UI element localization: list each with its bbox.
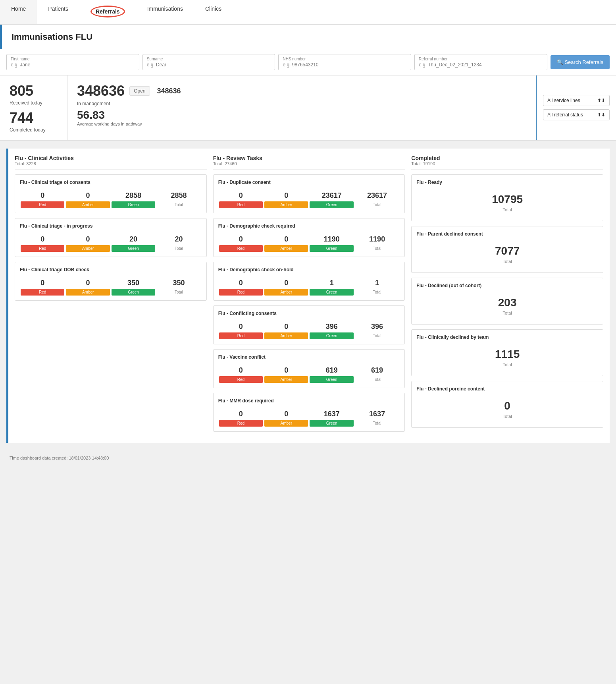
green-val-1-0: 23617 Green [309,189,354,208]
amber-badge-1-4: Amber [264,376,308,383]
red-badge-1-5: Red [219,420,263,427]
nav-referrals[interactable]: Referrals [79,0,136,24]
amber-number-1-2: 0 [264,276,309,288]
footer: Time dashboard data created: 18/01/2023 … [0,451,616,465]
column-total-2: Total: 19190 [411,161,603,166]
red-val-1-4: 0 Red [218,364,264,383]
single-total-label-2-3: Total [416,362,598,367]
amber-number-0-0: 0 [65,189,110,201]
column-0: Flu - Clinical ActivitiesTotal: 3228Flu … [15,155,207,437]
columns-grid: Flu - Clinical ActivitiesTotal: 3228Flu … [15,155,603,437]
green-badge-1-4: Green [310,376,353,383]
green-val-1-5: 1637 Green [309,408,354,427]
amber-number-1-0: 0 [264,189,309,201]
total-label-1-4: Total [355,376,399,383]
service-lines-select[interactable]: All service lines ⬆⬇ [543,95,610,106]
green-val-0-1: 20 Green [111,233,156,252]
amber-val-0-1: 0 Amber [65,233,110,252]
search-button[interactable]: 🔍 Search Referrals [551,55,610,69]
green-badge-1-5: Green [310,420,353,427]
management-box: 348636 Open 348636 In management 56.83 A… [67,75,537,140]
card-stats-0-0: 0 Red 0 Amber 2858 Green 2858 [20,189,202,208]
footer-timestamp: Time dashboard data created: 18/01/2023 … [10,456,109,460]
referral-status-chevron-icon: ⬆⬇ [597,112,605,118]
amber-val-0-2: 0 Amber [65,276,110,296]
amber-val-1-2: 0 Amber [264,276,309,296]
red-number-1-3: 0 [218,320,264,332]
column-header-1: Flu - Review TasksTotal: 27460 [213,155,405,170]
nav-patients[interactable]: Patients [37,0,79,24]
card-single-2-4: 0 Total [416,396,598,423]
green-val-1-3: 396 Green [309,320,354,339]
card-1-2: Flu - Demographic check on-hold 0 Red 0 … [213,262,405,301]
card-title-1-0: Flu - Duplicate consent [218,180,400,185]
filter-box: All service lines ⬆⬇ All referral status… [537,75,616,140]
card-2-2: Flu - Declined (out of cohort) 203 Total [411,278,603,325]
total-val-1-3: 396 Total [354,320,400,339]
avg-days-label: Average working days in pathway [77,122,526,126]
green-number-0-0: 2858 [111,189,156,201]
red-number-0-2: 0 [20,276,65,288]
green-number-1-4: 619 [309,364,354,375]
amber-badge-0-1: Amber [66,245,110,252]
column-total-1: Total: 27460 [213,161,405,166]
total-number-1-4: 619 [354,364,400,375]
firstname-field[interactable]: First name [6,54,139,70]
amber-number-1-4: 0 [264,364,309,375]
card-title-1-4: Flu - Vaccine conflict [218,354,400,360]
red-badge-0-2: Red [21,289,64,296]
page-title: Immunisations FLU [12,32,606,42]
card-title-0-0: Flu - Clinical triage of consents [20,180,202,185]
amber-badge-1-0: Amber [264,201,308,208]
green-badge-1-3: Green [310,332,353,339]
nhs-number-input[interactable] [283,62,407,68]
firstname-label: First name [11,57,135,61]
red-badge-0-1: Red [21,245,64,252]
red-val-0-0: 0 Red [20,189,65,208]
nhs-number-field[interactable]: NHS number [278,54,411,70]
referral-status-select[interactable]: All referral status ⬆⬇ [543,109,610,120]
nav-clinics[interactable]: Clinics [194,0,233,24]
service-lines-chevron-icon: ⬆⬇ [597,98,605,103]
nav-immunisations[interactable]: Immunisations [136,0,194,24]
red-badge-1-4: Red [219,376,263,383]
column-title-0: Flu - Clinical Activities [15,155,207,161]
red-number-1-2: 0 [218,276,264,288]
column-title-2: Completed [411,155,603,161]
firstname-input[interactable] [11,62,135,68]
card-single-2-3: 1115 Total [416,344,598,371]
card-1-5: Flu - MMR dose required 0 Red 0 Amber 16… [213,393,405,432]
surname-field[interactable]: Surname [142,54,275,70]
referral-number-field[interactable]: Referral number [414,54,547,70]
green-number-0-1: 20 [111,233,156,244]
total-val-1-1: 1190 Total [354,233,400,252]
surname-input[interactable] [147,62,271,68]
single-number-2-2: 203 [416,296,598,309]
card-title-2-1: Flu - Parent declined consent [416,231,598,237]
card-title-1-1: Flu - Demographic check required [218,223,400,229]
completed-today-label: Completed today [10,127,58,133]
red-number-1-0: 0 [218,189,264,201]
referral-number-input[interactable] [419,62,543,68]
card-title-1-3: Flu - Conflicting consents [218,311,400,316]
green-val-0-2: 350 Green [111,276,156,296]
card-2-3: Flu - Clinically declined by team 1115 T… [411,329,603,376]
card-1-4: Flu - Vaccine conflict 0 Red 0 Amber 619 [213,349,405,388]
red-badge-1-1: Red [219,245,263,252]
amber-badge-1-5: Amber [264,420,308,427]
green-val-1-2: 1 Green [309,276,354,296]
card-stats-1-3: 0 Red 0 Amber 396 Green 396 [218,320,400,339]
red-number-1-1: 0 [218,233,264,244]
amber-badge-1-2: Amber [264,289,308,296]
in-management-number: 348636 [77,83,125,99]
in-management-label: In management [77,101,526,106]
green-val-1-1: 1190 Green [309,233,354,252]
green-badge-1-1: Green [310,245,353,252]
total-label-1-2: Total [355,289,399,296]
search-bar: First name Surname NHS number Referral n… [0,49,616,75]
nav-home[interactable]: Home [0,0,37,24]
card-stats-0-1: 0 Red 0 Amber 20 Green 20 [20,233,202,252]
amber-val-1-5: 0 Amber [264,408,309,427]
card-title-0-1: Flu - Clinical triage - in progress [20,223,202,229]
red-val-1-0: 0 Red [218,189,264,208]
